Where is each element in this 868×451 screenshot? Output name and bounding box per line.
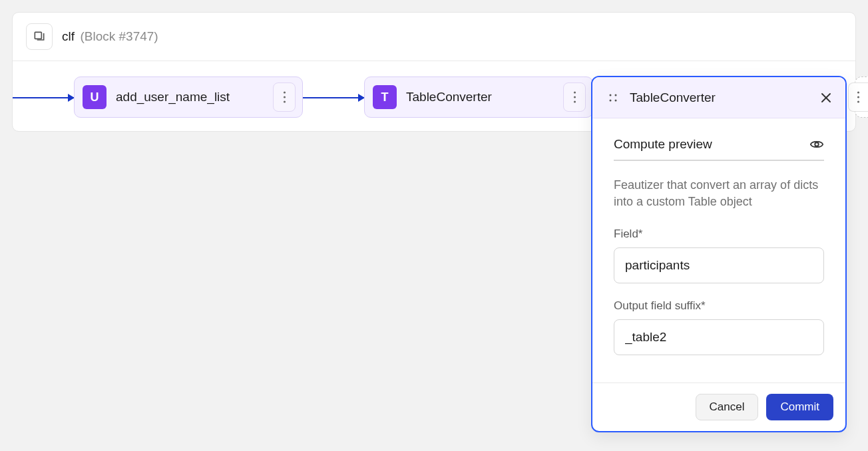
connector-arrow	[303, 97, 364, 98]
details-panel: TableConverter Compute preview Feautizer…	[591, 76, 847, 432]
block-header: clf (Block #3747)	[13, 13, 855, 61]
node-label: add_user_name_list	[116, 90, 264, 104]
svg-point-5	[573, 96, 575, 98]
more-vertical-icon	[857, 90, 860, 104]
drag-handle[interactable]	[608, 93, 618, 102]
close-button[interactable]	[820, 92, 832, 104]
svg-point-13	[615, 99, 617, 101]
field-group-field: Field*	[614, 227, 824, 283]
cancel-button[interactable]: Cancel	[696, 394, 759, 420]
suffix-label: Output field suffix*	[614, 299, 824, 313]
panel-header: TableConverter	[592, 77, 845, 118]
block-collapse-button[interactable]	[26, 23, 53, 50]
node-initial-badge: T	[373, 85, 397, 109]
svg-point-9	[857, 100, 859, 102]
more-vertical-icon	[573, 90, 576, 104]
node-menu-button[interactable]	[563, 82, 586, 112]
field-label: Field*	[614, 227, 824, 241]
node-initial-badge: U	[83, 85, 107, 109]
svg-point-3	[283, 100, 285, 102]
svg-point-8	[857, 96, 859, 98]
node-table-converter[interactable]: T TableConverter	[364, 76, 593, 118]
svg-point-1	[283, 91, 285, 93]
partial-node-menu-button[interactable]	[848, 82, 868, 112]
svg-point-4	[573, 91, 575, 93]
svg-point-6	[573, 100, 575, 102]
svg-point-7	[857, 91, 859, 93]
panel-body: Compute preview Feautizer that convert a…	[592, 118, 845, 382]
stack-icon	[33, 30, 46, 43]
node-label: TableConverter	[406, 90, 554, 104]
block-title: clf	[62, 29, 75, 43]
commit-button[interactable]: Commit	[766, 394, 833, 420]
drag-grid-icon	[608, 93, 618, 102]
field-group-suffix: Output field suffix*	[614, 299, 824, 355]
panel-title: TableConverter	[630, 90, 808, 105]
panel-footer: Cancel Commit	[592, 382, 845, 431]
field-input[interactable]	[614, 247, 824, 283]
connector-arrow	[13, 97, 74, 98]
more-vertical-icon	[283, 90, 286, 104]
svg-point-12	[610, 99, 612, 101]
block-title-wrap: clf (Block #3747)	[62, 29, 158, 44]
panel-description: Feautizer that convert an array of dicts…	[614, 177, 824, 210]
svg-point-11	[615, 94, 617, 96]
tab-compute-preview[interactable]: Compute preview	[614, 137, 809, 152]
svg-rect-0	[35, 32, 41, 39]
svg-point-16	[815, 142, 819, 146]
svg-point-2	[283, 96, 285, 98]
node-add-user-name-list[interactable]: U add_user_name_list	[74, 76, 303, 118]
preview-tab-row: Compute preview	[614, 137, 824, 161]
eye-icon	[809, 137, 824, 152]
svg-point-10	[610, 94, 612, 96]
node-menu-button[interactable]	[273, 82, 296, 112]
block-subtitle: (Block #3747)	[80, 29, 158, 43]
suffix-input[interactable]	[614, 319, 824, 355]
preview-visibility-button[interactable]	[809, 137, 824, 152]
close-icon	[820, 92, 832, 104]
